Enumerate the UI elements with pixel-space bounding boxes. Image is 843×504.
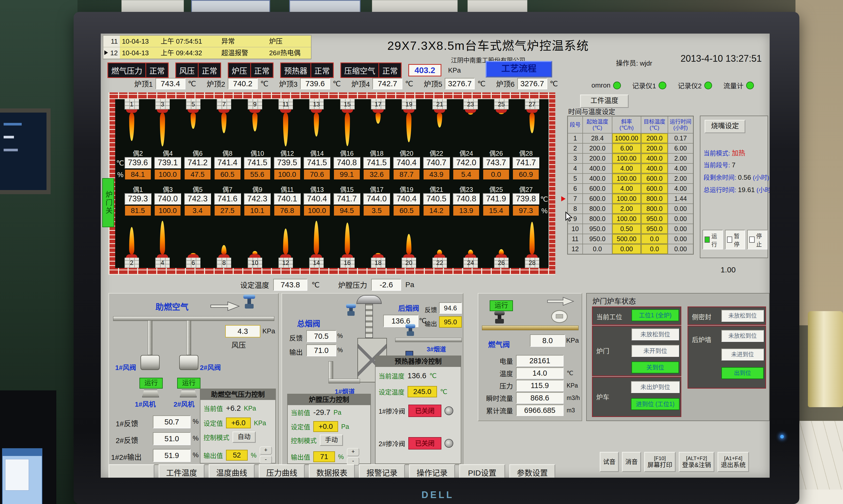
nav-button[interactable]: 工件温度: [159, 464, 204, 478]
system-button[interactable]: 试音: [600, 452, 619, 472]
output-input[interactable]: 71: [313, 451, 335, 462]
target-temp-setpoint[interactable]: 200.0: [641, 143, 668, 154]
target-temp-setpoint[interactable]: 400.0: [641, 163, 668, 174]
workpiece-temp-button[interactable]: 工件温度: [580, 94, 629, 108]
tc-output-pct: 76.8: [274, 206, 300, 216]
run-time: 2.00: [668, 174, 693, 184]
dial-icon[interactable]: [445, 407, 453, 415]
decrease-button[interactable]: -: [259, 456, 272, 464]
system-buttons: 试音 消音 [F10] 屏幕打印 [ALT+F2] 登录&注销: [600, 452, 749, 472]
burner: 7: [209, 99, 239, 146]
lower-thermocouples: 偶1 739.3 81.5 偶3 740.0 100.0 偶5: [123, 184, 541, 216]
start-temp: 600.0: [583, 194, 612, 204]
thermocouple: 偶27 739.8 97.3: [511, 184, 541, 216]
setpoint-input[interactable]: +0.0: [313, 421, 338, 432]
door-state: 关到位: [631, 361, 679, 373]
rate-setpoint[interactable]: 100.00: [612, 214, 641, 224]
system-button[interactable]: 消音: [622, 452, 641, 472]
rate-setpoint[interactable]: 100.00: [612, 154, 641, 163]
unit-percent: %: [193, 451, 199, 459]
tc-output-pct: 94.5: [334, 206, 360, 216]
flame-icon: [129, 113, 134, 141]
mode-button[interactable]: 自动: [232, 431, 256, 443]
target-temp-setpoint[interactable]: 600.0: [641, 184, 668, 194]
nav-button[interactable]: 参数设置: [509, 464, 555, 478]
unit-celsius: ℃: [550, 79, 558, 88]
status-badges: 燃气压力正常 风压正常 炉压正常 预热器正常 压缩空气正: [107, 62, 461, 78]
rate-setpoint[interactable]: 4.00: [612, 163, 641, 174]
nav-button[interactable]: 报警记录: [359, 464, 405, 478]
target-temp-setpoint[interactable]: 800.0: [641, 204, 668, 214]
tc-temp: 740.1: [274, 193, 301, 204]
rear-valve-output[interactable]: 95.0: [439, 316, 462, 328]
nav-button[interactable]: 压力曲线: [259, 464, 305, 478]
pause-checkbox[interactable]: 暂停: [725, 230, 746, 249]
unit-celsius: ℃: [540, 195, 548, 203]
nav-button[interactable]: 数据报表: [309, 464, 355, 478]
thermocouple: 偶20 740.4 87.7: [392, 148, 422, 179]
flame-icon: [252, 113, 257, 131]
target-temp-setpoint[interactable]: 600.0: [641, 174, 668, 184]
target-temp-setpoint[interactable]: 950.0: [641, 224, 668, 234]
burner-setup-button[interactable]: 烧嘴设定: [704, 120, 746, 133]
target-temp-setpoint[interactable]: 950.0: [641, 214, 668, 224]
button-label: 退出系统: [721, 462, 746, 469]
flame-icon: [437, 250, 442, 254]
out-label: 1#2#输出: [111, 452, 142, 462]
run-checkbox[interactable]: 运行: [702, 230, 723, 249]
rate-setpoint[interactable]: 100.00: [612, 194, 641, 204]
nav-button[interactable]: PID设置: [459, 464, 505, 478]
tc-name: 偶2: [133, 148, 143, 157]
main-valve-feedback: 70.5: [306, 330, 336, 342]
alarm-row[interactable]: 12 10-04-13 上午 09:44:32 超温报警 26#热电偶: [103, 47, 311, 59]
flame-icon: [191, 113, 196, 129]
flame-icon: [314, 221, 319, 254]
gas-pressure-value: 8.0: [530, 335, 565, 347]
process-flow-button[interactable]: 工艺流程: [486, 61, 552, 77]
flame-icon: [129, 227, 134, 254]
target-temp-setpoint[interactable]: 200.0: [641, 133, 668, 143]
burner-brick: 24: [463, 258, 478, 268]
setpoint-input[interactable]: 245.0: [408, 386, 437, 397]
rate-setpoint[interactable]: 100.00: [612, 174, 641, 184]
tc-name: 偶7: [222, 184, 232, 193]
burner-brick: 4: [155, 258, 170, 268]
station-state: 工位1 (全炉): [631, 309, 679, 321]
tc-temp: 741.5: [363, 157, 390, 168]
roof-temp: 炉顶6 3276.7 ℃: [496, 78, 558, 89]
increase-button[interactable]: +: [259, 446, 272, 455]
tc-temp: 742.0: [453, 157, 480, 168]
thermocouple: 偶17 744.0 3.5: [362, 184, 392, 216]
system-button[interactable]: [ALT+F2] 登录&注销: [679, 452, 714, 472]
rate-setpoint[interactable]: 6.00: [612, 143, 641, 154]
nav-button[interactable]: 操作记录: [409, 464, 455, 478]
output-input[interactable]: 52: [226, 450, 248, 461]
rate-setpoint[interactable]: 4.00: [612, 184, 641, 194]
rate-setpoint[interactable]: 0.50: [612, 224, 641, 234]
rate-setpoint[interactable]: 0.00: [612, 244, 641, 254]
stop-checkbox[interactable]: 停止: [747, 230, 768, 249]
target-temp-setpoint[interactable]: 400.0: [641, 154, 668, 163]
dial-icon[interactable]: [445, 439, 453, 448]
tc-name: 偶5: [193, 184, 202, 193]
setpoint-input[interactable]: +6.0: [226, 417, 251, 428]
start-temp: 950.0: [583, 224, 612, 234]
popup-window: [2, 448, 42, 504]
rate-setpoint[interactable]: 500.00: [612, 234, 641, 244]
increase-button[interactable]: +: [347, 448, 359, 456]
tc-output-pct: 100.0: [155, 206, 181, 216]
target-temp-setpoint[interactable]: 0.0: [641, 244, 668, 254]
system-button[interactable]: [F10] 屏幕打印: [644, 452, 676, 472]
mode-button[interactable]: 手动: [320, 434, 343, 446]
target-temp-setpoint[interactable]: 0.0: [641, 234, 668, 244]
gas-valve-icon: [494, 311, 505, 324]
rate-setpoint[interactable]: 2.00: [612, 204, 641, 214]
system-button[interactable]: [A1+F4] 退出系统: [717, 452, 749, 472]
target-temp-setpoint[interactable]: 800.0: [641, 194, 668, 204]
rate-setpoint[interactable]: 1000.00: [612, 133, 641, 143]
nav-button[interactable]: 温度曲线: [209, 464, 255, 478]
door-state: 未放松到位: [631, 328, 679, 340]
alarm-row[interactable]: 11 10-04-13 上午 07:54:51 异常 炉压: [103, 36, 311, 47]
fan2-label: 2#风机: [174, 399, 195, 409]
nav-button[interactable]: [108, 464, 155, 478]
